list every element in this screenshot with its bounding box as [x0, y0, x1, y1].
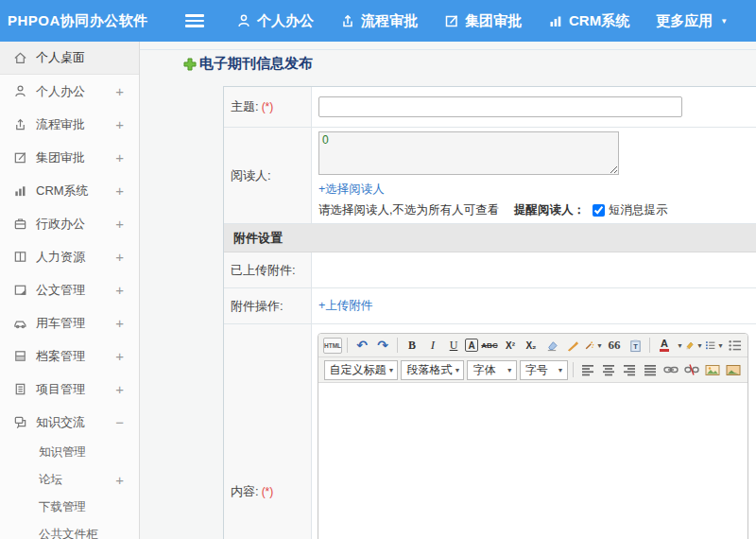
attachment-operations-label: 附件操作:: [231, 298, 284, 315]
bold-button[interactable]: B: [403, 336, 421, 355]
expand-plus[interactable]: +: [115, 472, 124, 488]
collapse-minus[interactable]: −: [115, 414, 124, 430]
insert-link-button[interactable]: [662, 360, 680, 379]
insert-media-button[interactable]: [724, 360, 743, 379]
sidebar-item-group-approval[interactable]: 集团审批 +: [0, 141, 139, 174]
align-right-icon: [623, 364, 636, 376]
upload-attachment-link[interactable]: +上传附件: [318, 298, 372, 314]
expand-plus[interactable]: +: [115, 315, 124, 331]
sms-remind-checkbox[interactable]: [593, 204, 605, 217]
highlighter-icon: [684, 339, 695, 352]
editor-toolbar-row1: HTML ↶ ↷ B I U A ABC X² X₂: [318, 334, 747, 357]
chart-icon: [548, 13, 563, 28]
undo-button[interactable]: ↶: [352, 336, 371, 355]
ordered-list-button[interactable]: ▼: [705, 336, 724, 355]
edit-icon: [13, 150, 27, 165]
redo-button[interactable]: ↷: [373, 336, 392, 355]
expand-plus[interactable]: +: [115, 116, 124, 132]
html-source-button[interactable]: HTML: [323, 338, 342, 354]
highlight-color-button[interactable]: ▼: [684, 336, 703, 355]
editor-content-area[interactable]: [318, 383, 747, 539]
sidebar-item-workflow-approval[interactable]: 流程审批 +: [0, 108, 139, 141]
choose-readers-link[interactable]: +选择阅读人: [318, 182, 385, 198]
superscript-button[interactable]: X²: [501, 336, 520, 355]
font-size-select[interactable]: 字号▼: [520, 360, 568, 380]
car-icon: [13, 316, 27, 330]
main-content: 电子期刊信息发布 主题: (*) 阅读人: 0 +选择阅读人: [140, 42, 756, 539]
app-logo[interactable]: PHPOA协同办公软件: [0, 12, 185, 30]
align-center-button[interactable]: [599, 360, 618, 379]
top-header: PHPOA协同办公软件 个人办公 流程审批 集团审批 CRM系统 更多应用 ▼: [0, 0, 756, 42]
align-left-button[interactable]: [578, 360, 597, 379]
align-right-button[interactable]: [620, 360, 639, 379]
caret-down-icon: ▼: [596, 342, 603, 349]
auto-format-button[interactable]: ▼: [584, 336, 603, 355]
remove-format-button[interactable]: [542, 336, 561, 355]
format-brush-button[interactable]: [563, 336, 582, 355]
subscript-button[interactable]: X₂: [522, 336, 541, 355]
expand-plus[interactable]: +: [115, 83, 124, 99]
svg-text:T: T: [633, 342, 638, 351]
content-divider: [140, 49, 756, 50]
caret-down-icon: ▼: [696, 342, 703, 349]
sidebar-subitem-download-management[interactable]: 下载管理: [0, 494, 139, 521]
archive-icon: [13, 349, 27, 363]
unordered-list-button[interactable]: [726, 336, 745, 355]
paste-as-text-button[interactable]: T: [626, 336, 644, 355]
sidebar-subitem-forum[interactable]: 论坛 +: [0, 466, 139, 494]
sidebar-item-human-resources[interactable]: 人力资源 +: [0, 240, 139, 273]
sidebar-item-vehicle-management[interactable]: 用车管理 +: [0, 306, 139, 339]
readers-hint: 请选择阅读人,不选为所有人可查看: [318, 202, 499, 218]
insert-image-button[interactable]: [703, 360, 722, 379]
uploaded-attachments-label: 已上传附件:: [231, 262, 296, 279]
caret-down-icon: ▼: [717, 342, 724, 349]
sidebar-item-project-management[interactable]: 项目管理 +: [0, 373, 139, 406]
underline-button[interactable]: U: [444, 336, 463, 355]
unlink-icon: [684, 363, 699, 376]
expand-plus[interactable]: +: [115, 216, 124, 232]
expand-plus[interactable]: +: [115, 149, 124, 165]
person-icon: [236, 13, 251, 28]
image-icon: [705, 364, 720, 376]
strikethrough-button[interactable]: ABC: [480, 336, 499, 355]
align-left-icon: [581, 364, 594, 376]
sidebar-item-personal-desktop[interactable]: 个人桌面: [0, 42, 139, 75]
expand-plus[interactable]: +: [115, 348, 124, 364]
subject-input[interactable]: [318, 96, 682, 117]
nav-workflow-approval[interactable]: 流程审批: [340, 12, 418, 30]
nav-label: 流程审批: [361, 12, 418, 30]
font-color-button[interactable]: A: [655, 336, 674, 355]
sidebar-item-document-management[interactable]: 公文管理 +: [0, 273, 139, 306]
sidebar-item-crm-system[interactable]: CRM系统 +: [0, 174, 139, 207]
required-mark: (*): [262, 485, 274, 498]
paragraph-format-select[interactable]: 段落格式▼: [401, 360, 464, 380]
expand-plus[interactable]: +: [115, 249, 124, 265]
readers-textarea[interactable]: 0: [318, 131, 619, 175]
nav-more-apps[interactable]: 更多应用 ▼: [656, 12, 728, 30]
sidebar-item-knowledge-exchange[interactable]: 知识交流 −: [0, 406, 139, 439]
sidebar-subitem-public-file-cabinet[interactable]: 公共文件柜: [0, 521, 139, 539]
required-mark: (*): [262, 100, 274, 113]
remove-link-button[interactable]: [682, 360, 701, 379]
blockquote-button[interactable]: 66: [605, 336, 624, 355]
align-justify-button[interactable]: [641, 360, 660, 379]
expand-plus[interactable]: +: [115, 282, 124, 298]
brush-icon: [566, 339, 579, 352]
nav-group-approval[interactable]: 集团审批: [444, 12, 522, 30]
expand-plus[interactable]: +: [115, 381, 124, 397]
italic-button[interactable]: I: [423, 336, 442, 355]
sms-remind-label: 短消息提示: [609, 202, 668, 218]
nav-personal-office[interactable]: 个人办公: [236, 12, 314, 30]
sidebar-item-personal-office[interactable]: 个人办公 +: [0, 75, 139, 108]
sidebar-item-admin-office[interactable]: 行政办公 +: [0, 207, 139, 240]
caret-down-icon: ▼: [720, 17, 728, 26]
font-family-select[interactable]: 字体▼: [467, 360, 516, 380]
nav-crm-system[interactable]: CRM系统: [548, 12, 629, 30]
expand-plus[interactable]: +: [115, 183, 124, 199]
sidebar-subitem-knowledge-management[interactable]: 知识管理: [0, 439, 139, 466]
font-style-button[interactable]: A: [465, 339, 478, 352]
content-label: 内容:: [231, 483, 259, 500]
hamburger-menu-icon[interactable]: [185, 14, 204, 27]
sidebar-item-archive-management[interactable]: 档案管理 +: [0, 339, 139, 373]
custom-heading-select[interactable]: 自定义标题▼: [324, 360, 399, 380]
